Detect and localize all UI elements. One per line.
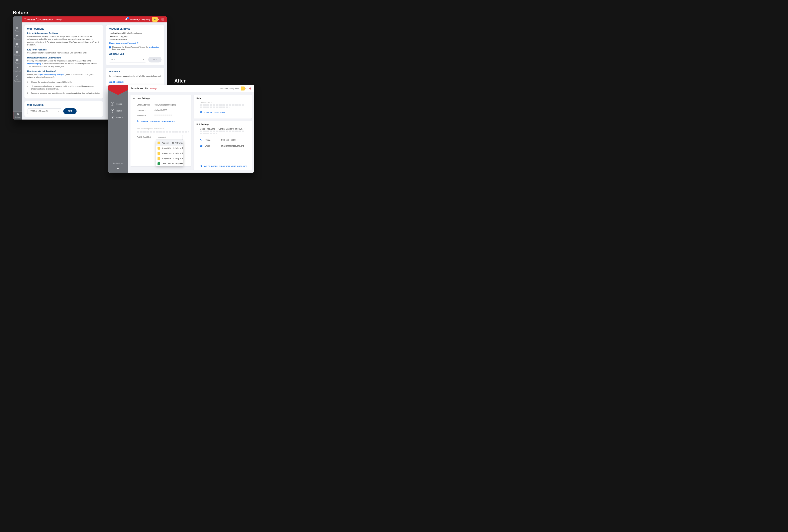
- myscouting-link[interactable]: My.Scouting.org: [27, 63, 41, 65]
- myscouting-link[interactable]: My.Scouting: [149, 46, 159, 48]
- body-text: Access your Organization Security Manage…: [27, 73, 100, 79]
- email-row: Email Addresschilly.willy@scouting.org: [133, 104, 189, 106]
- clipboard-icon: [16, 50, 19, 54]
- username-row: Username: Chilly_willy: [109, 36, 161, 37]
- send-feedback-link[interactable]: Send Feedback: [109, 81, 123, 83]
- sidebar-item-roster[interactable]: Roster: [13, 25, 22, 34]
- phone-row: Phone(999) 999 - 9999: [196, 139, 249, 141]
- card-heading: Unit Settings: [196, 123, 249, 125]
- default-unit-select[interactable]: Select Unit ▼ Pack 1234 - St. Willy of t…: [156, 135, 183, 140]
- fleur-icon: [16, 67, 19, 69]
- timezone-select[interactable]: (GMT-5) - Mexico City ▾: [27, 108, 61, 114]
- body-text: Users who hold a unit key 3 position wil…: [27, 35, 100, 46]
- dropdown-option[interactable]: Pack 1234 - St. Willy of the…: [156, 140, 183, 146]
- page-subtitle: Settings: [150, 87, 157, 90]
- section-heading: Internet Advancement Positions: [27, 32, 100, 35]
- dropdown-option[interactable]: Troop 5678 - St. Willy of the…: [156, 156, 183, 161]
- notif-count-badge: 5: [127, 17, 129, 19]
- before-sidebar: Roster Calendar Profile Reports Forum Sc…: [13, 16, 22, 120]
- help-card: Help Welcome Tour VIEW WELCOME TOUR: [194, 95, 252, 119]
- sidebar-item-reports[interactable]: Reports: [111, 116, 128, 119]
- org-security-link[interactable]: Organization Security Manager.: [38, 74, 65, 76]
- help-item-label: Welcome Tour: [200, 102, 249, 104]
- card-heading: ACCOUNT SETTINGS: [109, 28, 161, 30]
- user-menu-button[interactable]: ▼: [241, 86, 247, 90]
- sidebar-item-reports[interactable]: Reports: [13, 49, 22, 58]
- select-placeholder: Unit: [112, 59, 115, 61]
- after-sidebar: Roster Profile Reports Scoutbook Lite: [108, 85, 128, 172]
- dropdown-option[interactable]: Troop 1234 - St. Willy of the…: [156, 146, 183, 151]
- app-title: Internet Advancement: [24, 18, 53, 21]
- password-row: Password: ************: [109, 39, 161, 41]
- sidebar-item-forum[interactable]: Forum: [13, 58, 22, 65]
- mail-icon: [200, 145, 203, 147]
- sidebar-item-roster[interactable]: Roster: [111, 102, 128, 106]
- view-tour-link[interactable]: VIEW WELCOME TOUR: [196, 111, 249, 114]
- tz-value: Central Standard Time (CST): [218, 128, 244, 130]
- chevron-down-icon: ▼: [158, 19, 159, 20]
- clock-icon: [16, 43, 19, 45]
- body-text: Unit Leader, Chartered Organization Repr…: [27, 52, 100, 55]
- default-unit-select[interactable]: Unit ▾: [109, 57, 146, 62]
- sidebar-item-profile[interactable]: Profile: [111, 109, 128, 112]
- info-icon: i: [109, 46, 111, 48]
- chat-icon: [16, 59, 19, 61]
- fleur-icon: [153, 18, 157, 21]
- chevron-down-icon: ▾: [143, 59, 144, 60]
- sidebar-item-scoutbook[interactable]: Scoutbook: [13, 65, 22, 74]
- key-icon: [137, 120, 139, 123]
- section-heading: Key 3 Unit Positions: [27, 49, 100, 51]
- card-heading: Help: [196, 97, 249, 100]
- select-value: (GMT-5) - Mexico City: [30, 110, 50, 112]
- crew-icon: [158, 162, 160, 165]
- play-square-icon: [200, 111, 203, 114]
- steps-list: 1Click on the functional position you wo…: [27, 81, 100, 95]
- set-unit-button[interactable]: SET: [148, 57, 161, 62]
- sidebar-item-recharter[interactable]: Start Recharter: [13, 74, 22, 83]
- list-item: Click the green plus button to choose an…: [31, 85, 100, 90]
- welcome-text: Welcome, Chilly Willy: [220, 87, 239, 90]
- back-button[interactable]: [108, 166, 128, 172]
- troop-icon: [158, 152, 160, 155]
- app-title: Scoutbook Lite: [131, 87, 148, 90]
- change-credentials-link[interactable]: CHANGE USERNAME OR PASSWORD: [133, 120, 189, 123]
- arrow-left-icon: [116, 167, 120, 170]
- sidebar-item-settings[interactable]: Settings: [13, 111, 22, 120]
- go-unit-pin-link[interactable]: GO TO UNIT PIN AND UPDATE YOUR UNIT'S IN…: [196, 165, 249, 167]
- dropdown-option[interactable]: Troop 4321 - St. Willy of the…: [156, 151, 183, 156]
- notifications-button[interactable]: 5: [125, 18, 127, 21]
- card-heading: UNIT TIMEZONE: [27, 104, 100, 106]
- unit-settings-card: Unit Settings Unit's Time ZoneCentral St…: [194, 121, 252, 170]
- set-timezone-button[interactable]: SET: [63, 108, 77, 114]
- chevron-down-icon: ▾: [58, 110, 59, 112]
- username-row: Usernamechillywilly0205: [133, 109, 189, 111]
- change-credentials-link[interactable]: Change Username or Password: [109, 42, 161, 44]
- user-menu-button[interactable]: ▼: [152, 17, 159, 22]
- gear-icon[interactable]: [249, 87, 252, 90]
- section-heading: How to update Unit Positions?: [27, 70, 100, 73]
- list-item: To remove someone from a position set th…: [31, 92, 100, 95]
- body-text: Do you have any suggestions for us? We'l…: [109, 75, 161, 78]
- sidebar-item-calendar[interactable]: Calendar: [13, 34, 22, 41]
- help-button[interactable]: ?: [161, 18, 164, 21]
- after-header: Scoutbook Lite Settings Welcome, Chilly …: [128, 85, 254, 92]
- avatar: [152, 17, 158, 22]
- after-main: Scoutbook Lite Settings Welcome, Chilly …: [128, 85, 254, 172]
- person-icon: [112, 110, 114, 112]
- sidebar-item-profile[interactable]: Profile: [13, 41, 22, 49]
- account-settings-card: ACCOUNT SETTINGS Email Address: chilly.w…: [106, 25, 164, 65]
- email-row: Emailemail.email@scouting.org: [196, 145, 249, 147]
- dropdown-option[interactable]: Crew 1234 - St. Willy of the…: [156, 161, 183, 166]
- unit-positions-card: UNIT POSITIONS Internet Advancement Posi…: [24, 25, 103, 99]
- page-subtitle: Settings: [55, 18, 62, 21]
- unit-dropdown-menu: Pack 1234 - St. Willy of the… Troop 1234…: [156, 140, 183, 166]
- troop-icon: [158, 157, 160, 160]
- welcome-text: Welcome, Chilly Willy: [130, 18, 150, 21]
- default-unit-label: Set Default Unit: [137, 135, 151, 138]
- list-icon: [16, 27, 19, 29]
- placeholder-text: Text explaining what default unit is: [133, 127, 189, 132]
- select-placeholder: Select Unit: [158, 136, 166, 138]
- tz-label: Unit's Time Zone: [200, 128, 218, 130]
- card-heading: Account Settings: [133, 97, 189, 100]
- list-item: Click on the functional position you wou…: [31, 81, 72, 84]
